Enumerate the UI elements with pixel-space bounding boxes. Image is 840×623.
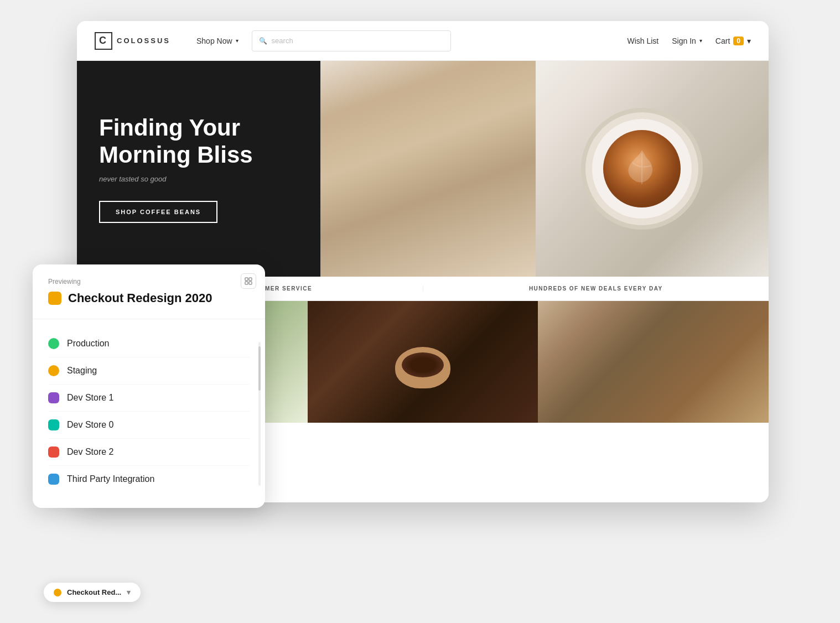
logo-icon: C: [95, 32, 112, 50]
product-card-2[interactable]: [308, 301, 538, 423]
hero-section: Finding Your Morning Bliss never tasted …: [77, 61, 769, 277]
panel-item-dot-1: [48, 365, 59, 376]
panel-title: Checkout Redesign 2020: [68, 291, 212, 305]
panel-title-row: Checkout Redesign 2020: [48, 291, 250, 305]
cart-arrow-icon: ▾: [747, 37, 751, 45]
dropdown-panel: Previewing Checkout Redesign 2020 Produc…: [33, 264, 265, 508]
svg-rect-3: [249, 282, 252, 284]
panel-item-label-3: Dev Store 0: [67, 420, 113, 430]
panel-item-4[interactable]: Dev Store 2: [48, 439, 250, 466]
hero-title: Finding Your Morning Bliss: [99, 115, 298, 168]
panel-item-1[interactable]: Staging: [48, 357, 250, 385]
svg-rect-0: [245, 278, 248, 281]
panel-item-dot-3: [48, 419, 59, 430]
logo: C COLOSSUS: [95, 32, 183, 50]
panel-pre-label: Previewing: [48, 278, 250, 285]
cart-badge: 0: [733, 37, 744, 45]
cart-button[interactable]: Cart 0 ▾: [715, 37, 751, 45]
panel-item-dot-0: [48, 338, 59, 349]
panel-item-dot-4: [48, 447, 59, 458]
search-bar[interactable]: 🔍 search: [252, 30, 451, 51]
logo-text: COLOSSUS: [117, 37, 170, 45]
shop-now-menu[interactable]: Shop Now ▾: [196, 37, 238, 45]
cart-label: Cart: [715, 37, 730, 45]
panel-collapse-icon[interactable]: [241, 273, 256, 289]
nav-actions: Wish List Sign In ▾ Cart 0 ▾: [627, 37, 751, 45]
panel-item-label-0: Production: [67, 339, 110, 349]
panel-item-2[interactable]: Dev Store 1: [48, 385, 250, 412]
panel-list: ProductionStagingDev Store 1Dev Store 0D…: [48, 330, 250, 492]
bottom-pill[interactable]: Checkout Red... ▾: [44, 583, 141, 602]
bottom-pill-label: Checkout Red...: [67, 588, 121, 596]
bottom-pill-dot: [54, 589, 61, 596]
sign-in-menu[interactable]: Sign In ▾: [672, 37, 702, 45]
panel-item-0[interactable]: Production: [48, 330, 250, 357]
shop-now-arrow-icon: ▾: [236, 38, 238, 44]
panel-item-label-5: Third Party Integration: [67, 474, 154, 484]
svg-rect-1: [249, 278, 252, 281]
info-item-2: HUNDREDS OF NEW DEALS EVERY DAY: [423, 285, 769, 292]
panel-item-3[interactable]: Dev Store 0: [48, 412, 250, 439]
wish-list-link[interactable]: Wish List: [627, 37, 658, 45]
hero-cta-button[interactable]: SHOP COFFEE BEANS: [99, 201, 217, 223]
panel-item-dot-2: [48, 392, 59, 403]
panel-item-dot-5: [48, 474, 59, 485]
hero-right: [320, 61, 769, 277]
navbar: C COLOSSUS Shop Now ▾ 🔍 search Wish List…: [77, 21, 769, 61]
panel-item-label-4: Dev Store 2: [67, 447, 113, 457]
scene: C COLOSSUS Shop Now ▾ 🔍 search Wish List…: [33, 21, 807, 602]
hero-subtitle: never tasted so good: [99, 175, 298, 183]
panel-item-label-1: Staging: [67, 366, 97, 376]
product-card-3[interactable]: [538, 301, 769, 423]
panel-item-5[interactable]: Third Party Integration: [48, 466, 250, 492]
search-icon: 🔍: [259, 37, 267, 45]
sign-in-arrow-icon: ▾: [699, 38, 702, 44]
panel-dot-orange: [48, 292, 61, 305]
svg-rect-2: [245, 282, 248, 284]
panel-item-label-2: Dev Store 1: [67, 393, 113, 403]
hero-left: Finding Your Morning Bliss never tasted …: [77, 61, 320, 277]
bottom-pill-arrow-icon: ▾: [127, 588, 131, 596]
panel-scrollbar-thumb: [258, 346, 261, 391]
panel-divider: [33, 319, 265, 319]
panel-scrollbar[interactable]: [258, 342, 261, 486]
